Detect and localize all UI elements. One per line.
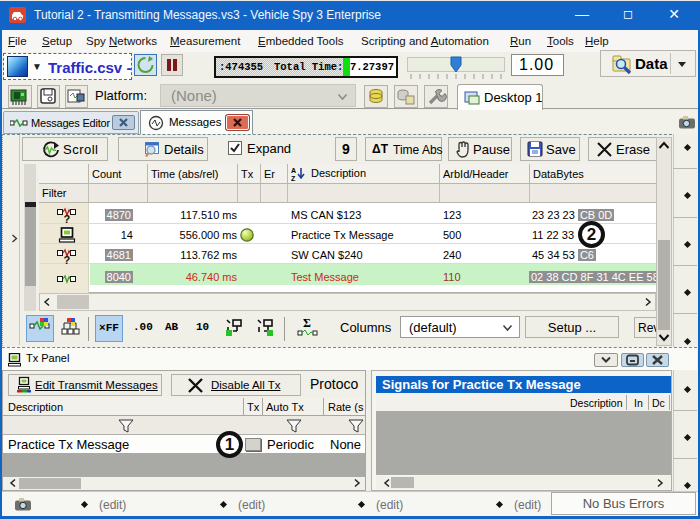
svg-text:Z: Z [291,175,296,181]
svg-text:Σ: Σ [303,316,311,330]
svg-text:?: ? [64,254,71,265]
svg-text:A: A [291,167,296,174]
svg-text:?: ? [64,213,71,224]
